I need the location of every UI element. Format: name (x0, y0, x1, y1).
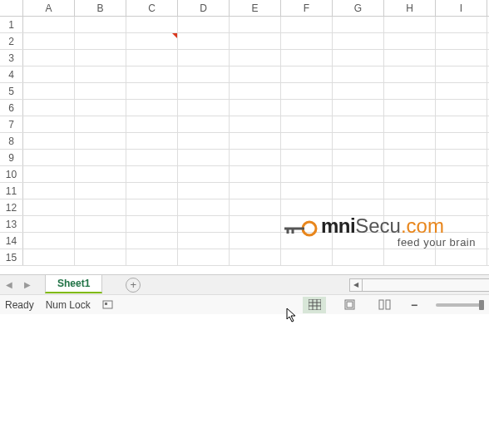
cell-G11[interactable] (333, 183, 384, 199)
cell-F8[interactable] (281, 133, 333, 149)
col-header-G[interactable]: G (333, 0, 384, 16)
row-header-12[interactable]: 12 (0, 199, 23, 215)
cell-I1[interactable] (436, 17, 487, 32)
cell-C12[interactable] (126, 199, 178, 215)
cell-D9[interactable] (178, 150, 230, 165)
cell-G13[interactable] (333, 216, 384, 232)
cell-H10[interactable] (384, 166, 436, 182)
cell-B3[interactable] (75, 50, 126, 66)
cell-B11[interactable] (75, 183, 126, 199)
cell-D12[interactable] (178, 199, 230, 215)
cell-B10[interactable] (75, 166, 126, 182)
cell-D10[interactable] (178, 166, 230, 182)
cell-H4[interactable] (384, 66, 436, 82)
row-header-6[interactable]: 6 (0, 100, 23, 116)
cell-D6[interactable] (178, 100, 230, 116)
cell-G1[interactable] (333, 17, 384, 32)
row-header-5[interactable]: 5 (0, 83, 23, 99)
row-header-15[interactable]: 15 (0, 249, 23, 265)
cell-I6[interactable] (436, 100, 487, 116)
cell-E2[interactable] (230, 33, 281, 49)
cell-A9[interactable] (23, 150, 75, 165)
cell-E4[interactable] (230, 66, 281, 82)
cell-C10[interactable] (126, 166, 178, 182)
row-header-1[interactable]: 1 (0, 17, 23, 32)
col-header-I[interactable]: I (436, 0, 487, 16)
cell-C3[interactable] (126, 50, 178, 66)
cell-I13[interactable] (436, 216, 487, 232)
cell-D15[interactable] (178, 249, 230, 265)
cell-C8[interactable] (126, 133, 178, 149)
cell-B5[interactable] (75, 83, 126, 99)
row-header-8[interactable]: 8 (0, 133, 23, 149)
cell-B8[interactable] (75, 133, 126, 149)
cell-E15[interactable] (230, 249, 281, 265)
cell-E13[interactable] (230, 216, 281, 232)
cell-C7[interactable] (126, 116, 178, 132)
row-header-2[interactable]: 2 (0, 33, 23, 49)
cell-I2[interactable] (436, 33, 487, 49)
cell-A11[interactable] (23, 183, 75, 199)
cell-B1[interactable] (75, 17, 126, 32)
cell-D4[interactable] (178, 66, 230, 82)
cell-C15[interactable] (126, 249, 178, 265)
cell-I12[interactable] (436, 199, 487, 215)
col-header-H[interactable]: H (384, 0, 436, 16)
cell-D14[interactable] (178, 233, 230, 249)
cell-D7[interactable] (178, 116, 230, 132)
cell-G5[interactable] (333, 83, 384, 99)
row-header-11[interactable]: 11 (0, 183, 23, 199)
cell-E7[interactable] (230, 116, 281, 132)
col-header-F[interactable]: F (281, 0, 333, 16)
cell-H3[interactable] (384, 50, 436, 66)
cell-B14[interactable] (75, 233, 126, 249)
row-header-14[interactable]: 14 (0, 233, 23, 249)
col-header-E[interactable]: E (230, 0, 281, 16)
cell-E3[interactable] (230, 50, 281, 66)
cell-F13[interactable] (281, 216, 333, 232)
cell-A3[interactable] (23, 50, 75, 66)
cell-D3[interactable] (178, 50, 230, 66)
cell-I9[interactable] (436, 150, 487, 165)
cell-A7[interactable] (23, 116, 75, 132)
cell-E11[interactable] (230, 183, 281, 199)
cell-D2[interactable] (178, 33, 230, 49)
cell-G4[interactable] (333, 66, 384, 82)
cell-C9[interactable] (126, 150, 178, 165)
cell-H11[interactable] (384, 183, 436, 199)
cell-G2[interactable] (333, 33, 384, 49)
scroll-left-button[interactable]: ◀ (349, 278, 363, 292)
cell-A12[interactable] (23, 199, 75, 215)
cell-F15[interactable] (281, 249, 333, 265)
cell-I14[interactable] (436, 233, 487, 249)
sheet-tab-active[interactable]: Sheet1 (45, 275, 102, 293)
col-header-A[interactable]: A (23, 0, 75, 16)
cell-H13[interactable] (384, 216, 436, 232)
cell-H6[interactable] (384, 100, 436, 116)
cell-B12[interactable] (75, 199, 126, 215)
cell-E1[interactable] (230, 17, 281, 32)
cell-A15[interactable] (23, 249, 75, 265)
cell-B7[interactable] (75, 116, 126, 132)
row-header-7[interactable]: 7 (0, 116, 23, 132)
cell-F5[interactable] (281, 83, 333, 99)
cell-F3[interactable] (281, 50, 333, 66)
page-layout-view-button[interactable] (338, 297, 361, 313)
cell-B2[interactable] (75, 33, 126, 49)
cell-F1[interactable] (281, 17, 333, 32)
col-header-D[interactable]: D (178, 0, 230, 16)
scroll-track[interactable] (363, 278, 489, 292)
cell-E10[interactable] (230, 166, 281, 182)
cell-G3[interactable] (333, 50, 384, 66)
cell-I10[interactable] (436, 166, 487, 182)
cell-A10[interactable] (23, 166, 75, 182)
cell-D13[interactable] (178, 216, 230, 232)
cell-E14[interactable] (230, 233, 281, 249)
cell-B9[interactable] (75, 150, 126, 165)
cell-A4[interactable] (23, 66, 75, 82)
col-header-C[interactable]: C (126, 0, 178, 16)
cell-I11[interactable] (436, 183, 487, 199)
macro-record-icon[interactable] (102, 299, 114, 311)
cell-H7[interactable] (384, 116, 436, 132)
cell-A2[interactable] (23, 33, 75, 49)
